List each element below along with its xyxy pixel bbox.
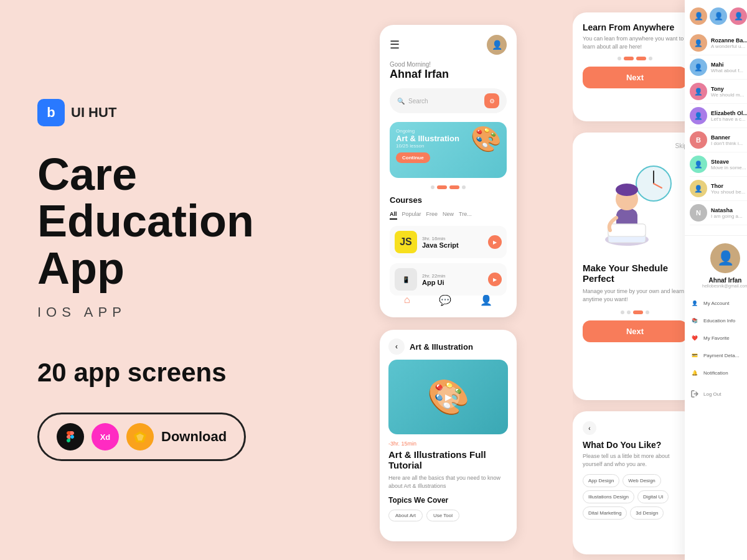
menu-icon[interactable]: ☰: [390, 38, 400, 52]
chat-item-steave[interactable]: 👤 Steave Move in some...: [690, 152, 747, 177]
phone-header: ☰ 👤: [390, 35, 507, 55]
onboard-card-learn: Learn From Anywhere You can lean from an…: [573, 12, 697, 121]
chat-msg-natasha: I am going a...: [711, 213, 743, 219]
card3-back-button[interactable]: ‹: [583, 421, 596, 435]
course-item-js[interactable]: JS 3hr. 16min Java Script ▶: [390, 226, 507, 258]
menu-logout[interactable]: Log Out: [690, 385, 747, 403]
tab-new[interactable]: New: [443, 210, 454, 220]
next-button-2[interactable]: Next: [583, 320, 687, 342]
chat-av-mahi: 👤: [690, 58, 707, 76]
topic-use-tool[interactable]: Use Tool: [426, 510, 459, 521]
tag-marketing[interactable]: Dital Marketing: [583, 506, 627, 520]
menu-payment[interactable]: 💳 Payment Deta...: [690, 347, 747, 364]
menu-my-account[interactable]: 👤 My Account: [690, 294, 747, 312]
tab-all[interactable]: All: [390, 210, 397, 220]
search-bar[interactable]: 🔍 Search ⚙: [390, 88, 507, 113]
chat-name-natasha: Natasha: [711, 207, 743, 213]
chat-list: 👤 👤 👤 👤 Rozanne Ba... A wonderful u... 👤…: [685, 0, 747, 233]
chat-item-natasha[interactable]: N Natasha I am going a...: [690, 201, 747, 225]
course-info: 3hr. 16min Java Script: [422, 236, 483, 249]
play-button-2[interactable]: ▶: [488, 273, 502, 286]
tab-trending[interactable]: Tre...: [459, 210, 472, 220]
xd-icon: Xd: [92, 423, 119, 450]
education-label: Education Info: [703, 318, 735, 324]
notification-label: Notification: [703, 370, 728, 376]
profile-name: Ahnaf Irfan: [690, 277, 747, 284]
chat-item-tony[interactable]: 👤 Tony We should m...: [690, 80, 747, 104]
card3-desc: Please tell us a little bit more about y…: [583, 452, 687, 468]
tag-3d[interactable]: 3d Design: [630, 506, 664, 520]
schedule-illustration: [583, 156, 687, 255]
tag-web-design[interactable]: Web Design: [622, 474, 660, 487]
menu-favorite[interactable]: ❤️ My Favorite: [690, 329, 747, 347]
tab-popular[interactable]: Popular: [402, 210, 421, 220]
chat-av-steave: 👤: [690, 156, 707, 173]
course-name-2: App Ui: [422, 279, 483, 286]
middle-phones: ☰ 👤 Good Morning! Ahnaf Irfan 🔍 Search ⚙…: [380, 25, 517, 541]
menu-notification[interactable]: 🔔 Notification: [690, 364, 747, 381]
back-button[interactable]: ‹: [388, 338, 405, 355]
play-overlay[interactable]: ▶: [437, 386, 459, 408]
chat-av-rozanne: 👤: [690, 34, 707, 52]
nav-home[interactable]: ⌂: [404, 294, 410, 306]
chat-info-steave: Steave Move in some...: [711, 159, 746, 170]
account-icon: 👤: [690, 298, 700, 308]
ongoing-course-card[interactable]: Ongoing Art & Illustration 10/25 lesson …: [390, 122, 507, 178]
profile-panel: 👤 👤 👤 👤 Rozanne Ba... A wonderful u... 👤…: [685, 0, 747, 560]
onboarding-cards: Learn From Anywhere You can lean from an…: [573, 0, 697, 560]
chat-msg-rozanne: A wonderful u...: [711, 44, 747, 49]
course-description: Here are all the basics that you need to…: [380, 474, 517, 490]
menu-education-info[interactable]: 📚 Education Info: [690, 312, 747, 329]
course-name: Java Script: [422, 241, 483, 249]
dot-active: [624, 57, 634, 60]
filter-button[interactable]: ⚙: [484, 93, 499, 108]
continue-button[interactable]: Continue: [396, 152, 430, 163]
dot-4: [462, 185, 466, 189]
chat-name-banner: Banner: [711, 134, 743, 141]
dot-c: [633, 310, 643, 314]
chat-av-thor: 👤: [690, 180, 707, 197]
onboard-dots-2: [583, 310, 687, 314]
card2-title: Make Your Shedule Perfect: [583, 263, 687, 284]
profile-email: hellobesnik@gmail.com: [690, 284, 747, 288]
chat-av-tony: 👤: [690, 83, 707, 100]
download-button[interactable]: Xd Download: [37, 413, 246, 461]
play-button[interactable]: ▶: [488, 235, 502, 249]
chat-msg-thor: You shoud be...: [711, 189, 745, 195]
chat-msg-mahi: What about f...: [711, 68, 743, 73]
dot-d: [646, 310, 649, 314]
next-button-1[interactable]: Next: [583, 67, 687, 88]
card1-title: Learn From Anywhere: [583, 22, 687, 32]
phone-main-screen: ☰ 👤 Good Morning! Ahnaf Irfan 🔍 Search ⚙…: [380, 25, 517, 317]
nav-chat[interactable]: 💬: [439, 294, 451, 306]
logout-label: Log Out: [703, 391, 721, 397]
sketch-icon: [126, 423, 154, 450]
chat-item-elizabeth[interactable]: 👤 Elizabeth Ol... Let's have a c...: [690, 104, 747, 128]
course-duration-2: 2hr. 22min: [422, 273, 483, 279]
dot-2: [437, 185, 447, 189]
chat-name-tony: Tony: [711, 86, 744, 92]
tag-illustrations[interactable]: Illustations Design: [583, 490, 634, 503]
nav-profile[interactable]: 👤: [480, 294, 492, 306]
chat-item-banner[interactable]: B Banner I don't think i...: [690, 128, 747, 152]
onboard-card-schedule: Skip: [573, 133, 697, 400]
onboard-card-interests: ‹ What Do You Like? Please tell us a lit…: [573, 411, 697, 554]
screens-count: 20 app screens: [37, 358, 349, 388]
chat-info-elizabeth: Elizabeth Ol... Let's have a c...: [711, 110, 747, 122]
subtitle: IOS APP: [37, 304, 349, 320]
topics-tags: About Art Use Tool: [380, 510, 517, 521]
chat-item-mahi[interactable]: 👤 Mahi What about f...: [690, 55, 747, 80]
chat-avatars: 👤 👤 👤: [690, 7, 747, 25]
skip-link[interactable]: Skip: [583, 142, 687, 149]
onboard-dots-1: [583, 57, 687, 60]
chat-item-thor[interactable]: 👤 Thor You shoud be...: [690, 177, 747, 201]
topic-about-art[interactable]: About Art: [388, 510, 423, 521]
tag-digital-ui[interactable]: Digital UI: [637, 490, 669, 503]
tag-app-design[interactable]: App Design: [583, 474, 619, 487]
chat-name-rozanne: Rozanne Ba...: [711, 37, 747, 44]
card3-title: What Do You Like?: [583, 440, 687, 450]
education-icon: 📚: [690, 315, 700, 325]
tab-free[interactable]: Free: [426, 210, 438, 220]
chat-info-banner: Banner I don't think i...: [711, 134, 743, 146]
chat-item-rozanne[interactable]: 👤 Rozanne Ba... A wonderful u...: [690, 31, 747, 55]
